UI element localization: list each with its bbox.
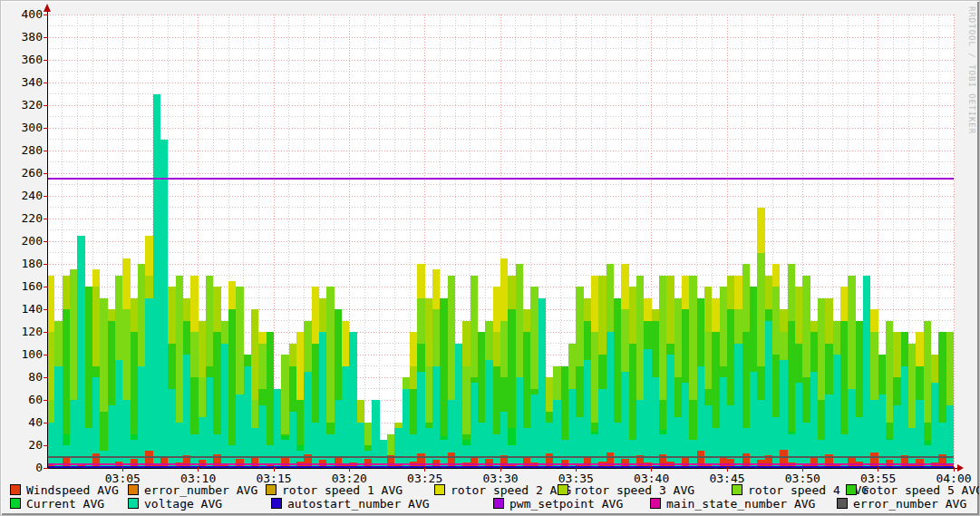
watermark: RRDTOOL / TOBI OETIKER xyxy=(967,6,976,134)
legend-swatch xyxy=(10,498,21,509)
y-tick-label: 60 xyxy=(1,394,43,406)
legend-item: rotor speed 3 AVG xyxy=(558,484,694,497)
legend-item: voltage AVG xyxy=(128,498,222,511)
legend-label: error_number AVG xyxy=(144,483,257,497)
legend-label: voltage AVG xyxy=(144,497,222,511)
legend-swatch xyxy=(846,484,857,495)
y-tick-label: 260 xyxy=(1,167,43,180)
y-tick-label: 380 xyxy=(1,31,43,44)
y-tick-label: 300 xyxy=(1,122,43,134)
legend-item: error_number AVG xyxy=(128,484,257,497)
legend-label: error_number AVG xyxy=(853,497,966,511)
legend-swatch xyxy=(650,498,661,509)
legend-swatch xyxy=(266,484,277,495)
x-axis-arrow xyxy=(957,464,964,472)
y-tick-label: 240 xyxy=(1,190,43,202)
legend-item: rotor speed 5 AVG xyxy=(846,484,980,497)
y-tick-label: 120 xyxy=(1,326,43,338)
legend-label: rotor speed 2 AVG xyxy=(451,483,571,497)
y-tick-label: 400 xyxy=(1,8,43,21)
y-tick-label: 140 xyxy=(1,303,43,316)
legend-item: Windspeed AVG xyxy=(10,484,119,497)
legend-item: main_state_number AVG xyxy=(650,498,815,511)
y-tick-label: 80 xyxy=(1,371,43,384)
legend-label: pwm_setpoint AVG xyxy=(509,497,623,511)
y-tick-label: 40 xyxy=(1,416,43,429)
legend-swatch xyxy=(493,498,504,509)
legend-item: autostart_number AVG xyxy=(271,498,430,511)
legend-swatch xyxy=(128,484,139,495)
x-tick-label: 03:25 xyxy=(405,472,445,485)
legend-item: Current AVG xyxy=(10,498,104,511)
rrdtool-graph: 0204060801001201401601802002202402602803… xyxy=(0,0,980,516)
y-tick-label: 340 xyxy=(1,76,43,89)
y-tick-label: 200 xyxy=(1,235,43,248)
legend-item: error_number AVG xyxy=(837,498,966,511)
y-tick-label: 20 xyxy=(1,439,43,452)
y-tick-label: 220 xyxy=(1,212,43,225)
legend-swatch xyxy=(10,484,21,495)
legend-label: rotor speed 5 AVG xyxy=(862,483,980,497)
plot-svg xyxy=(1,1,980,516)
legend-swatch xyxy=(128,498,139,509)
legend-item: rotor speed 2 AVG xyxy=(434,484,571,497)
legend-label: autostart_number AVG xyxy=(287,497,430,511)
y-tick-label: 320 xyxy=(1,99,43,112)
legend-label: Current AVG xyxy=(26,497,104,511)
y-tick-label: 280 xyxy=(1,144,43,157)
legend-label: main_state_number AVG xyxy=(666,497,815,511)
y-tick-label: 360 xyxy=(1,54,43,66)
legend-label: rotor speed 3 AVG xyxy=(574,483,694,497)
y-axis-arrow xyxy=(44,4,51,12)
legend-swatch xyxy=(558,484,568,495)
y-tick-label: 100 xyxy=(1,348,43,361)
y-tick-label: 180 xyxy=(1,258,43,270)
legend-label: Windspeed AVG xyxy=(26,483,119,497)
legend-label: rotor speed 1 AVG xyxy=(282,483,403,497)
legend-item: rotor speed 1 AVG xyxy=(266,484,403,497)
legend-swatch xyxy=(837,498,848,509)
legend-swatch xyxy=(732,484,742,495)
legend-item: pwm_setpoint AVG xyxy=(493,498,623,511)
x-tick-label: 03:45 xyxy=(707,472,747,485)
y-tick-label: 0 xyxy=(1,462,43,474)
legend-swatch xyxy=(271,498,282,509)
y-tick-label: 160 xyxy=(1,280,43,293)
legend-swatch xyxy=(434,484,445,495)
